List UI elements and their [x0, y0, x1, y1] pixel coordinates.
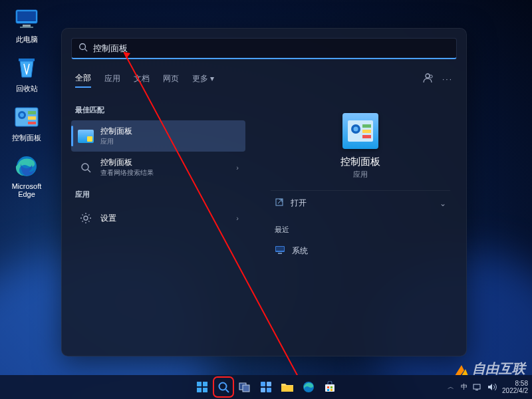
- svg-point-35: [219, 383, 227, 390]
- tab-apps[interactable]: 应用: [104, 70, 120, 87]
- result-settings[interactable]: 设置 ›: [71, 205, 245, 231]
- svg-rect-32: [203, 382, 207, 386]
- desktop-icon-this-pc[interactable]: 此电脑: [5, 5, 48, 45]
- taskbar-store[interactable]: [321, 378, 338, 396]
- desktop-icon-edge[interactable]: Microsoft Edge: [5, 153, 48, 198]
- svg-rect-10: [28, 122, 36, 124]
- svg-rect-27: [276, 247, 284, 251]
- action-open[interactable]: 打开 ⌄: [271, 190, 450, 215]
- ime-indicator[interactable]: 中: [461, 382, 467, 392]
- tab-all[interactable]: 全部: [75, 70, 91, 88]
- desktop-icon-label: 回收站: [5, 84, 48, 94]
- taskbar-search-button[interactable]: [215, 378, 232, 396]
- desktop-icon-label: 此电脑: [5, 35, 48, 45]
- search-icon: [78, 43, 88, 55]
- svg-rect-39: [261, 382, 265, 386]
- result-title: 设置: [100, 213, 116, 224]
- start-button[interactable]: [194, 378, 211, 396]
- svg-rect-1: [17, 11, 36, 21]
- search-panel: 全部 应用 文档 网页 更多 ▾ ··· 最佳匹配 控制面板 应用 控制面板: [61, 28, 467, 356]
- svg-rect-46: [327, 386, 329, 388]
- open-icon: [275, 198, 284, 209]
- account-icon[interactable]: [422, 72, 433, 85]
- svg-rect-23: [362, 130, 371, 133]
- svg-point-18: [84, 216, 88, 220]
- svg-rect-4: [19, 59, 35, 61]
- tab-docs[interactable]: 文档: [134, 70, 150, 87]
- tab-web[interactable]: 网页: [163, 70, 179, 87]
- taskbar-widgets[interactable]: [257, 378, 275, 396]
- search-tabs: 全部 应用 文档 网页 更多 ▾ ···: [62, 65, 466, 94]
- svg-rect-22: [362, 124, 371, 128]
- network-icon[interactable]: [473, 382, 482, 392]
- result-control-panel[interactable]: 控制面板 应用: [71, 120, 245, 152]
- result-title: 控制面板: [100, 157, 154, 168]
- svg-point-7: [20, 113, 24, 117]
- chevron-right-icon: ›: [236, 164, 239, 172]
- svg-point-21: [354, 127, 358, 132]
- gear-icon: [78, 210, 94, 226]
- svg-point-16: [82, 164, 88, 170]
- svg-rect-50: [473, 384, 480, 389]
- control-panel-icon: [13, 104, 40, 130]
- svg-line-13: [85, 49, 88, 51]
- svg-line-17: [88, 170, 90, 172]
- control-panel-icon: [78, 128, 94, 144]
- svg-rect-41: [261, 388, 265, 392]
- svg-rect-45: [325, 384, 334, 392]
- search-input[interactable]: [93, 43, 450, 53]
- svg-rect-24: [362, 135, 371, 138]
- svg-rect-48: [327, 389, 329, 391]
- svg-rect-42: [267, 388, 271, 392]
- desktop-icon-recycle-bin[interactable]: 回收站: [5, 55, 48, 94]
- chevron-down-icon[interactable]: ⌄: [440, 199, 446, 208]
- desktop-icon-label: Microsoft Edge: [5, 182, 48, 198]
- bin-icon: [13, 55, 40, 81]
- svg-line-36: [226, 390, 229, 393]
- desktop-icon-label: 控制面板: [5, 133, 48, 143]
- date: 2022/4/2: [502, 387, 528, 394]
- tab-more[interactable]: 更多 ▾: [192, 70, 214, 87]
- chevron-down-icon: ▾: [210, 74, 214, 83]
- time: 8:58: [515, 380, 528, 387]
- recent-item-system[interactable]: 系统: [271, 241, 450, 261]
- search-box[interactable]: [71, 38, 457, 59]
- desktop-icon-control-panel[interactable]: 控制面板: [5, 104, 48, 143]
- svg-rect-38: [243, 385, 249, 392]
- volume-icon[interactable]: [487, 382, 497, 392]
- system-tray[interactable]: ︿ 中 8:58 2022/4/2: [446, 380, 528, 394]
- section-best-match: 最佳匹配: [75, 105, 241, 115]
- svg-rect-31: [197, 382, 201, 386]
- svg-rect-34: [203, 388, 207, 392]
- detail-card: 控制面板 应用: [271, 101, 450, 190]
- clock[interactable]: 8:58 2022/4/2: [502, 380, 528, 394]
- result-title: 控制面板: [100, 126, 132, 137]
- detail-subtitle: 应用: [271, 170, 450, 180]
- system-icon: [275, 245, 285, 257]
- taskbar-edge[interactable]: [300, 378, 317, 396]
- control-panel-icon: [342, 113, 378, 149]
- svg-point-12: [80, 43, 86, 49]
- svg-rect-51: [475, 390, 478, 390]
- recent-item-label: 系统: [292, 245, 308, 257]
- chevron-right-icon: ›: [236, 214, 239, 222]
- recent-label: 最近: [275, 225, 446, 235]
- svg-rect-9: [28, 116, 36, 120]
- search-icon: [78, 160, 94, 176]
- svg-rect-47: [331, 386, 332, 388]
- svg-rect-3: [20, 27, 33, 28]
- svg-rect-2: [23, 25, 31, 27]
- chevron-up-icon[interactable]: ︿: [446, 382, 456, 392]
- taskbar-explorer[interactable]: [279, 378, 296, 396]
- result-search-web[interactable]: 控制面板 查看网络搜索结果 ›: [71, 152, 245, 183]
- taskbar: ︿ 中 8:58 2022/4/2: [0, 375, 532, 399]
- result-subtitle: 应用: [100, 137, 132, 146]
- svg-rect-33: [197, 388, 201, 392]
- result-subtitle: 查看网络搜索结果: [100, 168, 154, 178]
- svg-rect-43: [281, 386, 293, 392]
- svg-point-14: [426, 74, 430, 78]
- section-apps: 应用: [75, 190, 241, 200]
- svg-rect-8: [28, 111, 36, 114]
- more-icon[interactable]: ···: [442, 74, 453, 84]
- taskbar-task-view[interactable]: [236, 378, 253, 396]
